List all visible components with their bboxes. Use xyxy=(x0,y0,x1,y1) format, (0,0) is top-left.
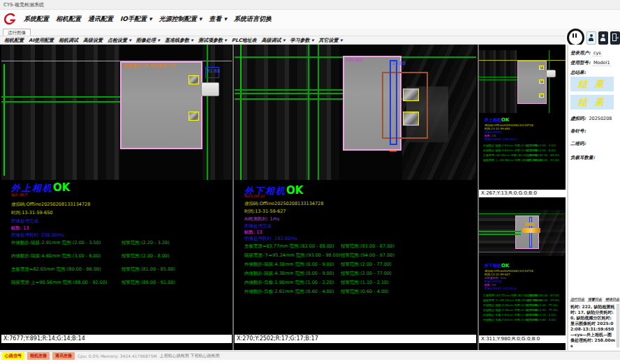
log-tab-error[interactable]: 错误日志 xyxy=(605,297,620,302)
barcode-line-left: 虚拟码:Offline20250208133134728 xyxy=(11,202,90,208)
connector-part xyxy=(201,82,219,96)
total-result-label: 总结果: xyxy=(570,70,586,76)
comm-connect-badge: 通讯连接 xyxy=(52,352,75,360)
log-scrollbar[interactable] xyxy=(617,304,619,347)
time-line-middle: 时间:13-31-59-627 xyxy=(244,208,286,215)
baseline-v xyxy=(207,45,208,180)
pin-field: 卷针号: xyxy=(570,128,589,135)
run-log-text: 耗时: 222, 缺陷检测耗时: 17, 缺陷分类耗时: 0, 缺陷视频分区耗时… xyxy=(570,304,615,347)
tool-test-params[interactable]: 测试项参数 ▾ xyxy=(198,37,227,44)
ai-detect-box xyxy=(382,72,428,139)
window-title: CYS-视觉检测系统 xyxy=(3,2,44,8)
mini-measure-row: 主极宽度=83.77mm 范围:(82.00 - 88.00)报警范围:(83.… xyxy=(483,294,538,297)
tool-advanced-settings[interactable]: 高级设置 xyxy=(83,37,103,44)
exit-arrow-icon: → xyxy=(615,36,619,38)
output-line-left: 输出:OK/T xyxy=(11,192,28,197)
tool-advanced-debug[interactable]: 高级调试 ▾ xyxy=(262,37,286,44)
tab-roi-2 xyxy=(189,112,199,121)
pixel-readout-left: X:7677;Y:891;R:14;G:14;B:14 xyxy=(1,335,232,343)
menu-camera-config[interactable]: 相机配置 xyxy=(56,15,81,24)
tool-learning-params[interactable]: 学习参数 ▾ xyxy=(290,37,314,44)
ai-time-line: AI检测耗时: 1ms xyxy=(244,216,279,222)
mini-panel-bottom: 外下相机OK 虚拟码:Offline20250208133134728 时间:1… xyxy=(479,199,566,343)
result-box-2: 结 果 xyxy=(570,95,614,109)
mini-title-top: 外上相机OK xyxy=(485,117,509,123)
tool-spot-check[interactable]: 点检设置 ▾ xyxy=(108,37,131,44)
model-row: 使用型号: Model1 xyxy=(570,60,612,66)
mini-image-bottom[interactable] xyxy=(479,210,566,256)
heartbeat-checks: 上相机心跳检测 下相机心跳检测 xyxy=(160,353,220,359)
pixel-readout-middle: X:270;Y:2502;R:17;G:17;B:17 xyxy=(235,335,476,343)
baseline-2 xyxy=(1,101,120,103)
status-bar: 心跳信号 相机连接 通讯连接 Cpu: 0.0% Memory: 3424.41… xyxy=(0,351,620,360)
log-tabs: 运行日志 报警日志 错误日志 xyxy=(570,297,620,302)
width-measure-value: 23.80 xyxy=(392,61,406,66)
tool-other-settings[interactable]: 其它设置 ▾ xyxy=(318,37,342,44)
width-measure-box xyxy=(390,60,397,145)
toolbar: 相机配置 AI使用配置 相机调试 高级设置 点检设置 ▾ 图像处理 ▾ 基准线参… xyxy=(0,36,566,45)
mini-image-top[interactable] xyxy=(479,50,566,113)
barcode-field: 虚拟码: 20250208 xyxy=(570,116,613,122)
pixel-readout-mini-bottom: X:311;Y:980;R:0;G:0;B:0 xyxy=(479,335,566,343)
menu-bar: 系统配置 相机配置 通讯配置 IO手配置 ▾ 光源控制配置 ▾ 查看 ▾ 系统语… xyxy=(0,10,620,29)
frames-line-left: 帧数: 13 xyxy=(11,225,29,232)
baseline-v2 xyxy=(308,45,309,180)
log-tab-run[interactable]: 运行日志 xyxy=(570,297,585,302)
login-user-value[interactable]: cys xyxy=(592,50,603,56)
mini-elapsed: 图像处理耗时: 183.00ms xyxy=(485,287,517,290)
tool-baseline-params[interactable]: 基准线参数 ▾ xyxy=(165,37,193,44)
right-sidebar: 登录用户: cys 使用型号: Model1 总结果: 结 果 结 果 虚拟码:… xyxy=(567,45,620,350)
mini-measure-row: 外侧翻折-隔膜:4.38mm 范围:(0.00 - 9.00)报警范围:(2.0… xyxy=(483,303,538,307)
done-line-left: 图像处理完成 xyxy=(11,218,38,225)
mini-measure-row: 内侧翻折-隔膜:4.38mm 范围:(0.00 - 9.00)报警范围:(2.0… xyxy=(483,308,538,312)
tool-camera-config[interactable]: 相机配置 xyxy=(4,37,24,44)
mini-measure-row: 外侧翻折-隔膜:2.91mm 范围:(2.00 - 3.50)报警范围:(2.2… xyxy=(483,144,538,147)
panel-divider xyxy=(232,45,234,350)
mini-panel-top: 外上相机OK 虚拟码:Offline20250208133134728 时间:1… xyxy=(479,45,566,197)
tool-image-process[interactable]: 图像处理 ▾ xyxy=(136,37,160,44)
model-value[interactable]: Model1 xyxy=(592,60,612,66)
mini-title-bottom: 外下相机OK xyxy=(485,263,509,269)
threshold-overlay-text: 匹配阈值:93, 吻合阈值:100 xyxy=(124,63,176,69)
app-window: CYS-视觉检测系统 系统配置 相机配置 通讯配置 IO手配置 ▾ 光源控制配置… xyxy=(0,0,620,364)
mini-measure-row: 隔膜宽度-下=95.24mm 范围:(93.00 - 98.00)报警范围:(9… xyxy=(483,298,542,302)
status-ok-middle: OK xyxy=(286,184,303,197)
ai-box-label: AI检测框 xyxy=(346,57,364,63)
tab-strip: 运行图像 xyxy=(0,29,620,36)
baseline-h1 xyxy=(235,89,344,91)
menu-comm-config[interactable]: 通讯配置 xyxy=(88,15,113,24)
mini-elapsed: 图像处理耗时: 258.00ms xyxy=(485,137,517,141)
menu-language-switch[interactable]: 系统语言切换 xyxy=(234,15,272,24)
frames-line-middle: 帧数: 13 xyxy=(244,229,263,236)
menu-io-config[interactable]: IO手配置 ▾ xyxy=(120,15,152,24)
tool-camera-debug[interactable]: 相机调试 xyxy=(59,37,78,44)
camera-connect-badge: 相机连接 xyxy=(27,352,50,360)
menu-view[interactable]: 查看 ▾ xyxy=(209,15,227,24)
camera-panel-left: 匹配阈值:93, 吻合阈值:100 R1:88 外上相机OK 输出:OK/T 虚… xyxy=(1,45,232,350)
menu-light-config[interactable]: 光源控制配置 ▾ xyxy=(159,15,202,24)
barcode-line-middle: 虚拟码:Offline20250208133134728 xyxy=(244,201,323,207)
log-tab-alarm[interactable]: 报警日志 xyxy=(587,297,603,302)
tab-count-field: 负极耳数量: xyxy=(570,155,598,161)
tool-ai-config[interactable]: AI使用配置 xyxy=(29,37,54,44)
exit-button[interactable]: → xyxy=(610,31,620,45)
mini-measure-row: 外侧翻折-负极:2.61mm 范围:(0.60 - 4.00)报警范围:(0.6… xyxy=(483,318,538,321)
overlay-left-green-line xyxy=(3,64,5,176)
user-button-dark[interactable] xyxy=(598,31,608,45)
title-bar: CYS-视觉检测系统 xyxy=(0,0,620,10)
control-buttons: → xyxy=(567,29,620,46)
tool-plc-address[interactable]: PLC地址表 xyxy=(232,37,257,44)
part-roi-left xyxy=(120,61,202,149)
camera-image-left[interactable]: 匹配阈值:93, 吻合阈值:100 R1:88 xyxy=(1,45,232,180)
camera-image-middle[interactable]: AI检测框 23.80 xyxy=(235,45,476,180)
elapsed-line-left: 图像处理耗时: 258.00ms xyxy=(11,232,64,238)
status-ok-left: OK xyxy=(53,181,70,194)
mini-measure-row: 内侧翻折-隔膜:4.60mm 范围:(3.00 - 6.00)报警范围:(2.0… xyxy=(483,149,538,152)
tab-roi-1 xyxy=(189,75,199,84)
login-user-row: 登录用户: cys xyxy=(570,50,603,56)
time-line-left: 时间:13-31-59-650 xyxy=(11,210,52,216)
menu-system-config[interactable]: 系统配置 xyxy=(24,15,49,24)
baseline-1 xyxy=(1,96,120,98)
user-button-active[interactable] xyxy=(586,31,596,45)
mini-measure-row: 内侧翻折-负极:1.90mm 范围:(1.00 - 2.20)报警范围:(1.1… xyxy=(483,313,538,317)
